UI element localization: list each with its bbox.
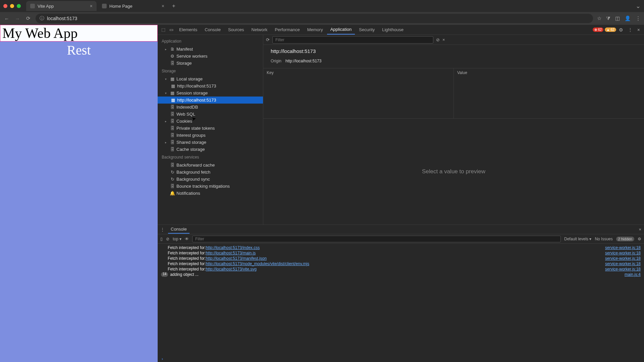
application-sidebar: Application ▸🗎Manifest ⚙Service workers …	[158, 35, 263, 225]
site-info-icon[interactable]: ⓘ	[40, 15, 44, 21]
favicon-icon	[102, 4, 107, 8]
warning-count[interactable]: ▲ 62	[605, 27, 616, 32]
page-subheading: Rest	[0, 42, 158, 58]
tab-application[interactable]: Application	[327, 25, 355, 35]
hidden-count[interactable]: 2 hidden	[616, 237, 634, 241]
clear-console-icon[interactable]: ⊘	[166, 237, 169, 241]
log-levels[interactable]: Default levels ▾	[564, 237, 591, 241]
url-text: localhost:5173	[47, 16, 77, 21]
tab-close-icon[interactable]: ×	[162, 3, 164, 9]
sidebar-cookies[interactable]: ▸🗄Cookies	[158, 118, 263, 125]
favicon-icon	[30, 4, 35, 8]
sidebar-private-tokens[interactable]: 🗄Private state tokens	[158, 125, 263, 132]
sidebar-service-workers[interactable]: ⚙Service workers	[158, 53, 263, 60]
sidebar-shared-storage[interactable]: ▸🗄Shared storage	[158, 139, 263, 146]
tab-performance[interactable]: Performance	[271, 25, 303, 34]
close-devtools-icon[interactable]: ×	[637, 27, 640, 33]
drawer-close-icon[interactable]: ×	[639, 227, 641, 232]
console-filter-input[interactable]	[192, 236, 561, 242]
section-application: Application	[158, 37, 263, 46]
sidebar-session-storage-origin[interactable]: ▦http://localhost:5173	[158, 97, 263, 104]
forward-button[interactable]: →	[14, 16, 21, 21]
sidebar-local-storage[interactable]: ▾▦Local storage	[158, 75, 263, 82]
sidebar-session-storage[interactable]: ▾▦Session storage	[158, 89, 263, 97]
settings-icon[interactable]: ⚙	[619, 27, 623, 33]
tab-security[interactable]: Security	[356, 25, 378, 34]
page-heading: My Web App	[0, 25, 158, 42]
extensions-icon[interactable]: ⧩	[606, 15, 610, 21]
console-prompt[interactable]: ›	[158, 356, 644, 362]
address-bar[interactable]: ⓘ localhost:5173	[36, 14, 593, 23]
back-button[interactable]: ←	[3, 16, 10, 21]
menu-icon[interactable]: ⋮	[636, 15, 641, 21]
sidebar-local-storage-origin[interactable]: ▦http://localhost:5173	[158, 82, 263, 89]
close-window[interactable]	[3, 4, 7, 8]
console-log: Fetch intercepted for: http://localhost:…	[158, 244, 644, 356]
more-icon[interactable]: ⋮	[628, 27, 633, 33]
storage-filter-input[interactable]	[272, 36, 433, 44]
sidebar-interest-groups[interactable]: 🗄Interest groups	[158, 132, 263, 139]
delete-icon[interactable]: ×	[442, 37, 445, 42]
origin-label: Origin	[271, 59, 281, 63]
tab-sources[interactable]: Sources	[225, 25, 248, 34]
col-value[interactable]: Value	[454, 68, 644, 118]
profile-icon[interactable]: 👤	[625, 15, 631, 21]
sidebar-bg-sync[interactable]: ↻Background sync	[158, 176, 263, 183]
maximize-window[interactable]	[17, 4, 21, 8]
error-count[interactable]: ⊗ 62	[593, 27, 603, 32]
minimize-window[interactable]	[10, 4, 14, 8]
section-storage: Storage	[158, 67, 263, 75]
tab-elements[interactable]: Elements	[176, 25, 201, 34]
tab-network[interactable]: Network	[248, 25, 271, 34]
refresh-icon[interactable]: ⟳	[266, 37, 270, 42]
bookmark-icon[interactable]: ☆	[597, 15, 601, 21]
sidebar-cache-storage[interactable]: 🗄Cache storage	[158, 146, 263, 153]
sidebar-indexeddb[interactable]: 🗄IndexedDB	[158, 104, 263, 111]
drawer-tab-console[interactable]: Console	[168, 225, 190, 234]
console-settings-icon[interactable]: ⚙	[638, 237, 641, 241]
sidebar-websql[interactable]: 🗄Web SQL	[158, 111, 263, 118]
reload-button[interactable]: ⟳	[25, 15, 32, 21]
clear-icon[interactable]: ⊘	[436, 37, 440, 42]
origin-value: http://localhost:5173	[285, 59, 321, 63]
drawer-menu-icon[interactable]: ⋮	[160, 227, 165, 232]
sidebar-bounce-tracking[interactable]: 🗄Bounce tracking mitigations	[158, 183, 263, 190]
tab-lighthouse[interactable]: Lighthouse	[379, 25, 407, 34]
tab-title: Home Page	[109, 4, 132, 9]
browser-tab-2[interactable]: Home Page ×	[98, 1, 168, 11]
tab-console[interactable]: Console	[201, 25, 224, 34]
sidebar-bg-fetch[interactable]: ↻Background fetch	[158, 169, 263, 176]
device-toggle-icon[interactable]: ▭	[168, 27, 175, 32]
section-background: Background services	[158, 153, 263, 162]
col-key[interactable]: Key	[263, 68, 454, 118]
page-viewport: My Web App Rest	[0, 25, 158, 362]
chevron-down-icon[interactable]: ⌄	[636, 2, 641, 10]
preview-placeholder: Select a value to preview	[263, 119, 644, 225]
new-tab-button[interactable]: +	[170, 2, 178, 10]
tab-close-icon[interactable]: ×	[90, 3, 93, 9]
inspect-icon[interactable]: ⬚	[160, 27, 167, 32]
live-expression-icon[interactable]: 👁	[185, 237, 189, 241]
context-selector[interactable]: top ▾	[173, 237, 181, 241]
tab-title: Vite App	[38, 4, 54, 9]
sidepanel-icon[interactable]: ◫	[615, 15, 620, 21]
storage-origin-title: http://localhost:5173	[263, 45, 644, 57]
issues-link[interactable]: No Issues	[595, 237, 612, 241]
sidebar-bf-cache[interactable]: 🗄Back/forward cache	[158, 162, 263, 169]
tab-memory[interactable]: Memory	[304, 25, 326, 34]
browser-tab-1[interactable]: Vite App ×	[26, 1, 97, 11]
sidebar-manifest[interactable]: ▸🗎Manifest	[158, 46, 263, 53]
console-sidebar-icon[interactable]: ▯	[160, 237, 163, 241]
sidebar-storage[interactable]: 🗄Storage	[158, 60, 263, 67]
sidebar-notifications[interactable]: 🔔Notifications	[158, 190, 263, 197]
